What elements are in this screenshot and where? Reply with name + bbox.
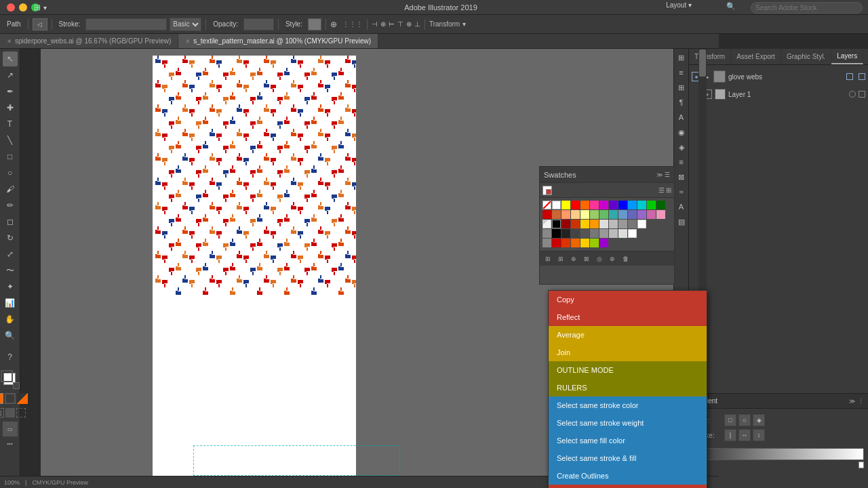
ctx-reflect[interactable]: Reflect [549,308,707,326]
swatches-gradient-icon[interactable]: ◎ [594,253,605,264]
scale-tool[interactable]: ⤢ [3,247,18,262]
swatch-row4-6[interactable] [590,229,599,238]
swatch-row4-9[interactable] [618,229,627,238]
ctx-join[interactable]: Join [549,344,707,361]
symbol-tool[interactable]: ✦ [3,279,18,294]
close-button[interactable] [7,3,15,12]
swatch-row4-1[interactable] [542,229,551,238]
swatch-row5-6[interactable] [590,239,599,247]
rect-tool[interactable]: □ [3,149,18,164]
style-preview[interactable] [308,18,321,30]
brushes-icon[interactable]: A [675,201,688,213]
gradient-slider[interactable] [693,448,864,460]
swatch-darkred3[interactable] [571,220,580,228]
behind-mode-icon[interactable] [5,408,15,418]
tab-spiderpore[interactable]: ✕ spiderpore_webs.ai @ 16.67% (RGB/GPU P… [0,34,178,48]
swatch-medgray[interactable] [618,220,627,228]
pathfinder-icon[interactable]: ⊞ [675,81,688,94]
swatch-row5-7[interactable] [599,239,608,247]
swatch-medgreen[interactable] [599,210,608,219]
stroke-icon[interactable] [5,393,16,404]
swatch-black[interactable] [552,220,561,228]
graphic-styles-icon[interactable]: ⊠ [675,171,688,183]
tab-textile[interactable]: ✕ s_textile_pattern_master.ai @ 100% (CM… [178,34,378,48]
tab-close-2[interactable]: ✕ [185,38,191,45]
radial-gradient-icon[interactable]: ○ [738,414,751,426]
window-grid-icon[interactable]: ⊞ [34,3,41,12]
swatch-row4-3[interactable] [561,229,570,238]
text-icon[interactable]: ¶ [675,96,688,108]
layer-lock-1[interactable] [859,73,865,80]
add-anchor-tool[interactable]: ✚ [3,100,18,115]
swatch-yellow[interactable] [561,201,570,209]
swatch-slate[interactable] [628,210,637,219]
ctx-average[interactable]: Average [549,326,707,344]
swatch-white[interactable] [552,201,561,209]
swatch-special1[interactable] [542,220,551,228]
ctx-select-stroke-fill[interactable]: Select same stroke & fill [549,449,707,467]
swatch-lightpink[interactable] [656,210,665,219]
swatch-color-indicator[interactable] [542,186,552,195]
swatch-mauve[interactable] [637,210,646,219]
line-tool[interactable]: ╲ [3,133,18,148]
transform-arrow[interactable]: ▾ [462,20,466,28]
align-icon[interactable]: ⊕ [330,20,337,29]
ctx-rulers[interactable]: RULERS [549,379,707,396]
align-bottom-icon[interactable]: ⊥ [414,20,420,28]
ctx-create-outlines[interactable]: Create Outlines [549,467,707,485]
swatch-teal[interactable] [609,210,618,219]
pen-tool[interactable]: ✒ [3,84,18,99]
artboard-icon[interactable]: ▭ [3,422,18,436]
hand-tool[interactable]: ✋ [3,312,18,327]
swatch-darkred2[interactable] [561,220,570,228]
swatch-darkred[interactable] [542,210,551,219]
ctx-select-stroke-color[interactable]: Select same stroke color [549,396,707,414]
stock-search-input[interactable] [751,2,863,14]
swatch-pink[interactable] [590,201,599,209]
transform-icon[interactable]: Transform [429,20,460,28]
swatch-lightgray[interactable] [599,220,608,228]
swatch-orange[interactable] [580,201,589,209]
appearance-icon[interactable]: ≡ [675,156,688,168]
layer-target-1[interactable] [846,73,853,80]
stroke-color[interactable] [1,370,13,382]
select-tool[interactable]: ↖ [3,52,18,66]
align-center-icon[interactable]: ⊕ [380,20,386,28]
type-tool[interactable]: T [3,117,18,131]
panel-tab-graphic[interactable]: Graphic Styl. [781,49,831,64]
swatch-row5-5[interactable] [580,239,589,247]
align-panel-icon[interactable]: ≡ [675,66,688,79]
libraries-icon[interactable]: ◉ [675,126,688,138]
linear-gradient-icon[interactable]: □ [724,414,736,426]
layout-label[interactable]: Layout ▾ [666,1,692,9]
character-icon[interactable]: A [675,111,688,123]
swatch-lightyellow[interactable] [580,210,589,219]
scroll-thumb[interactable] [699,49,706,77]
swatch-magenta[interactable] [599,201,608,209]
swap-colors[interactable] [13,382,20,389]
swatch-peach[interactable] [571,210,580,219]
swatches-libraries-icon[interactable]: ⊞ [555,253,566,264]
swatches-add-group-icon[interactable]: ⊞ [542,253,553,264]
more-tools[interactable]: ••• [7,441,12,447]
none-icon[interactable] [17,393,28,404]
stroke-linear-icon[interactable]: | [724,429,736,441]
swatch-green[interactable] [647,201,656,209]
swatches-icon[interactable]: ▤ [675,216,688,228]
swatch-none[interactable] [542,201,551,209]
swatch-row4-4[interactable] [571,229,580,238]
fill-icon[interactable] [0,393,3,404]
swatch-white2[interactable] [637,220,646,228]
gradient-menu-icon[interactable]: ⋮ [858,398,864,405]
swatch-red[interactable] [571,201,580,209]
gradient-stop-right[interactable] [859,462,864,468]
swatch-cornflower[interactable] [618,210,627,219]
help-tool[interactable]: ? [3,350,18,365]
layer-target-2[interactable] [849,91,856,98]
distribute-icon[interactable]: ⋮⋮⋮ [342,20,363,28]
swatch-row4-5[interactable] [580,229,589,238]
swatches-delete-icon[interactable]: 🗑 [620,253,631,264]
inside-mode-icon[interactable] [16,408,26,418]
ellipse-tool[interactable]: ○ [3,165,18,180]
swatch-brown[interactable] [552,210,561,219]
